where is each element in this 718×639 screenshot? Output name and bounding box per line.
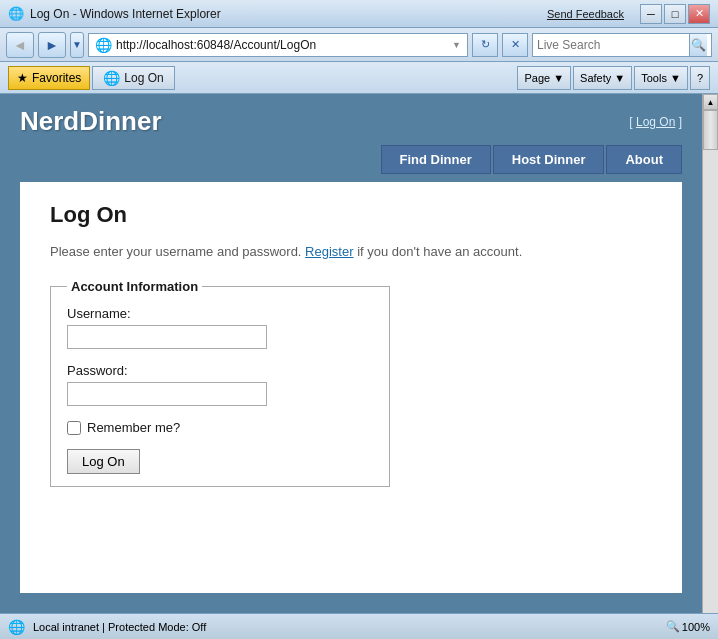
title-bar-right-group: Send Feedback ─ □ ✕ (547, 4, 710, 24)
safety-label: Safety ▼ (580, 72, 625, 84)
page-button[interactable]: Page ▼ (517, 66, 571, 90)
nd-header: NerdDinner [ Log On ] (0, 94, 702, 137)
dropdown-icon: ▼ (452, 40, 461, 50)
ie-icon: 🌐 (8, 6, 24, 22)
live-search-wrap: 🔍 (532, 33, 712, 57)
safety-button[interactable]: Safety ▼ (573, 66, 632, 90)
scroll-thumb[interactable] (703, 110, 718, 150)
status-icon: 🌐 (8, 619, 25, 635)
address-input[interactable] (116, 38, 452, 52)
zoom-button[interactable]: 🔍 100% (666, 620, 710, 633)
scroll-up-button[interactable]: ▲ (703, 94, 718, 110)
nerddinner-page: NerdDinner [ Log On ] Find Dinner Host D… (0, 94, 702, 613)
browser-tab[interactable]: 🌐 Log On (92, 66, 174, 90)
address-input-wrap: 🌐 ▼ (88, 33, 468, 57)
remember-me-label: Remember me? (87, 420, 180, 435)
browser-content-wrap: NerdDinner [ Log On ] Find Dinner Host D… (0, 94, 718, 613)
recent-pages-button[interactable]: ▼ (70, 32, 84, 58)
login-submit-button[interactable]: Log On (67, 449, 140, 474)
page-title: Log On (50, 202, 652, 228)
remember-me-checkbox[interactable] (67, 421, 81, 435)
favorites-label: Favorites (32, 71, 81, 85)
host-dinner-button[interactable]: Host Dinner (493, 145, 605, 174)
remember-me-row: Remember me? (67, 420, 373, 435)
fieldset-legend: Account Information (67, 279, 202, 294)
username-label: Username: (67, 306, 373, 321)
help-label: ? (697, 72, 703, 84)
password-field: Password: (67, 363, 373, 406)
zoom-label: 100% (682, 621, 710, 633)
header-login-link[interactable]: Log On (636, 115, 675, 129)
about-button[interactable]: About (606, 145, 682, 174)
live-search-input[interactable] (537, 38, 689, 52)
address-icon: 🌐 (95, 37, 112, 53)
favorites-button[interactable]: ★ Favorites (8, 66, 90, 90)
refresh-button[interactable]: ↻ (472, 33, 498, 57)
nd-header-right: [ Log On ] (629, 115, 682, 129)
address-bar: ◄ ► ▼ 🌐 ▼ ↻ ✕ 🔍 (0, 28, 718, 62)
status-bar: 🌐 Local intranet | Protected Mode: Off 🔍… (0, 613, 718, 639)
window-controls: ─ □ ✕ (640, 4, 710, 24)
toolbar-right: Page ▼ Safety ▼ Tools ▼ ? (517, 66, 710, 90)
window-title: Log On - Windows Internet Explorer (30, 7, 221, 21)
header-bracket-open: [ (629, 115, 636, 129)
tools-label: Tools ▼ (641, 72, 681, 84)
nd-main-content: Log On Please enter your username and pa… (20, 182, 682, 593)
help-button[interactable]: ? (690, 66, 710, 90)
live-search-button[interactable]: 🔍 (689, 34, 707, 56)
password-input[interactable] (67, 382, 267, 406)
tools-button[interactable]: Tools ▼ (634, 66, 688, 90)
tab-label: Log On (124, 71, 163, 85)
star-icon: ★ (17, 71, 28, 85)
close-button[interactable]: ✕ (688, 4, 710, 24)
browser-content: NerdDinner [ Log On ] Find Dinner Host D… (0, 94, 702, 613)
account-info-fieldset: Account Information Username: Password: … (50, 279, 390, 487)
intro-suffix: if you don't have an account. (357, 244, 522, 259)
nd-nav: Find Dinner Host Dinner About (0, 137, 702, 182)
header-bracket-close: ] (675, 115, 682, 129)
back-button[interactable]: ◄ (6, 32, 34, 58)
maximize-button[interactable]: □ (664, 4, 686, 24)
page-label: Page ▼ (524, 72, 564, 84)
find-dinner-button[interactable]: Find Dinner (381, 145, 491, 174)
zoom-icon: 🔍 (666, 620, 680, 633)
title-bar-left: 🌐 Log On - Windows Internet Explorer (8, 6, 221, 22)
nd-intro-text: Please enter your username and password.… (50, 244, 652, 259)
status-text: Local intranet | Protected Mode: Off (33, 621, 658, 633)
scrollbar-vertical[interactable]: ▲ (702, 94, 718, 613)
register-link[interactable]: Register (305, 244, 353, 259)
toolbar: ★ Favorites 🌐 Log On Page ▼ Safety ▼ Too… (0, 62, 718, 94)
minimize-button[interactable]: ─ (640, 4, 662, 24)
intro-prefix: Please enter your username and password. (50, 244, 301, 259)
nd-logo: NerdDinner (20, 106, 162, 137)
stop-button[interactable]: ✕ (502, 33, 528, 57)
tab-icon: 🌐 (103, 70, 120, 86)
forward-button[interactable]: ► (38, 32, 66, 58)
send-feedback-link[interactable]: Send Feedback (547, 8, 624, 20)
username-field: Username: (67, 306, 373, 349)
title-bar: 🌐 Log On - Windows Internet Explorer Sen… (0, 0, 718, 28)
username-input[interactable] (67, 325, 267, 349)
password-label: Password: (67, 363, 373, 378)
